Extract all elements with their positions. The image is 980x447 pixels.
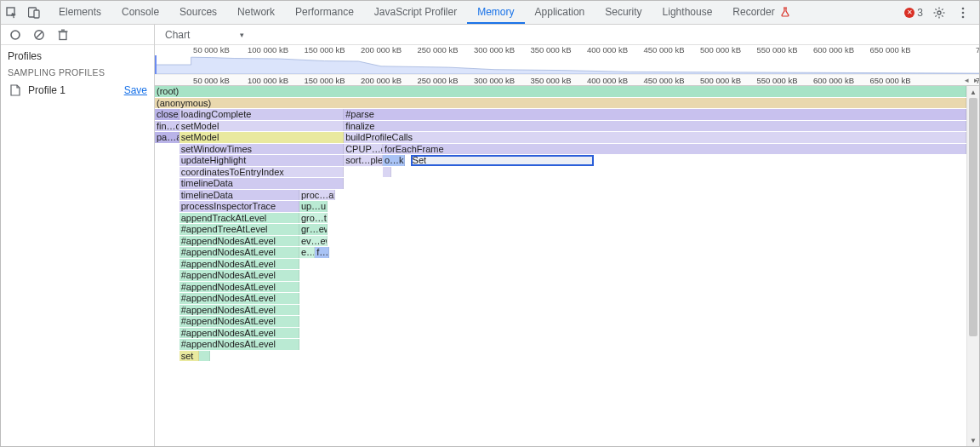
- record-icon[interactable]: [8, 27, 23, 43]
- flame-bar[interactable]: close: [155, 109, 179, 120]
- save-link[interactable]: Save: [124, 84, 147, 96]
- flame-bar[interactable]: timelineData: [179, 178, 344, 189]
- tab-javascript-profiler[interactable]: JavaScript Profiler: [364, 1, 467, 24]
- tab-network[interactable]: Network: [227, 1, 285, 24]
- axis-tick: 50 000 kB: [193, 45, 230, 54]
- tab-recorder[interactable]: Recorder: [722, 1, 801, 24]
- flame-bar[interactable]: #appendNodesAtLevel: [179, 305, 299, 316]
- flame-bar[interactable]: coordinatesToEntryIndex: [179, 167, 344, 178]
- clear-icon[interactable]: [31, 27, 47, 43]
- axis-tick: 350 000 kB: [531, 45, 572, 54]
- flame-bar[interactable]: e…: [299, 247, 315, 258]
- flame-bar[interactable]: f…r: [315, 247, 329, 258]
- flame-bar[interactable]: [199, 351, 210, 362]
- flame-bar[interactable]: #appendNodesAtLevel: [179, 236, 299, 247]
- axis-tick: 100 000 kB: [248, 45, 288, 54]
- profile-item[interactable]: Profile 1 Save: [1, 79, 154, 101]
- tab-lighthouse[interactable]: Lighthouse: [652, 1, 723, 24]
- gear-icon[interactable]: [932, 5, 947, 20]
- flame-bar[interactable]: setModel: [179, 132, 344, 143]
- svg-line-17: [36, 32, 43, 38]
- flame-bar[interactable]: buildProfileCalls: [344, 132, 966, 143]
- flame-bar[interactable]: #appendNodesAtLevel: [179, 328, 299, 339]
- flame-bar[interactable]: gr…ew: [299, 224, 328, 235]
- flame-row: #appendNodesAtLevelev…ew: [155, 236, 979, 248]
- flame-bar[interactable]: #appendNodesAtLevel: [179, 247, 299, 258]
- tab-sources[interactable]: Sources: [169, 1, 227, 24]
- axis-scroll-left[interactable]: ◂: [965, 76, 969, 84]
- profile-name: Profile 1: [28, 84, 66, 96]
- file-icon: [8, 83, 23, 98]
- flame-row: #appendNodesAtLevel: [155, 305, 979, 317]
- flame-bar[interactable]: #appendNodesAtLevel: [179, 259, 299, 270]
- axis-tick: 600 000 kB: [813, 45, 854, 54]
- flame-bar[interactable]: #appendNodesAtLevel: [179, 316, 299, 327]
- view-select[interactable]: Chart: [162, 28, 249, 42]
- axis-tick: 500 000 kB: [700, 76, 741, 85]
- axis-tick: 150 000 kB: [304, 45, 345, 54]
- flame-bar[interactable]: set: [179, 351, 200, 362]
- flame-bar[interactable]: #appendNodesAtLevel: [179, 339, 299, 350]
- flame-bar[interactable]: o…k: [383, 155, 405, 166]
- kebab-icon[interactable]: [955, 5, 971, 20]
- flame-bar[interactable]: CPUP…del: [344, 144, 383, 155]
- error-counter[interactable]: ✕ 3: [904, 7, 923, 19]
- tab-application[interactable]: Application: [525, 1, 595, 24]
- tab-console[interactable]: Console: [111, 1, 169, 24]
- flame-bar[interactable]: [383, 167, 391, 178]
- scroll-thumb[interactable]: [969, 98, 977, 336]
- axis-tick: 100 000 kB: [248, 76, 288, 85]
- flame-row: #appendNodesAtLevel: [155, 339, 979, 351]
- flame-bar[interactable]: (anonymous): [155, 98, 966, 109]
- axis-tick: 200 000 kB: [361, 45, 402, 54]
- error-icon: ✕: [904, 8, 914, 18]
- flame-chart[interactable]: (root)(anonymous)closeloadingComplete#pa…: [155, 86, 979, 362]
- tab-security[interactable]: Security: [595, 1, 652, 24]
- delete-icon[interactable]: [55, 27, 71, 43]
- flame-bar[interactable]: Set: [411, 155, 595, 166]
- vertical-scrollbar[interactable]: ▲ ▼: [966, 86, 979, 446]
- flame-row: #appendNodesAtLevel: [155, 270, 979, 282]
- axis-tick: 650 000 kB: [870, 76, 911, 85]
- flame-bar[interactable]: setWindowTimes: [179, 144, 344, 155]
- flame-bar[interactable]: #parse: [344, 109, 966, 120]
- flame-bar[interactable]: loadingComplete: [179, 109, 344, 120]
- flame-bar[interactable]: (root): [155, 86, 966, 97]
- main-tabs: ElementsConsoleSourcesNetworkPerformance…: [48, 1, 904, 24]
- flame-bar[interactable]: gro…ts: [299, 213, 328, 224]
- overview-chart[interactable]: 50 000 kB100 000 kB150 000 kB200 000 kB2…: [155, 45, 979, 74]
- flame-bar[interactable]: updateHighlight: [179, 155, 344, 166]
- tab-elements[interactable]: Elements: [48, 1, 111, 24]
- flame-row: closeloadingComplete#parse: [155, 109, 979, 121]
- flame-bar[interactable]: #appendNodesAtLevel: [179, 270, 299, 281]
- flame-bar[interactable]: timelineData: [179, 190, 299, 201]
- flame-bar[interactable]: forEachFrame: [383, 144, 966, 155]
- flame-bar[interactable]: #appendNodesAtLevel: [179, 293, 299, 304]
- view-toolbar: Chart: [155, 25, 979, 45]
- axis-scroll-right[interactable]: ▸: [974, 76, 978, 84]
- top-left-icons: [4, 5, 42, 20]
- device-toolbar-icon[interactable]: [26, 5, 42, 20]
- flame-bar[interactable]: processInspectorTrace: [179, 201, 299, 212]
- flame-bar[interactable]: fin…ce: [155, 121, 179, 132]
- axis-tick: 200 000 kB: [361, 76, 402, 85]
- flame-bar[interactable]: appendTrackAtLevel: [179, 213, 299, 224]
- flame-row: #appendTreeAtLevelgr…ew: [155, 224, 979, 236]
- flame-bar[interactable]: ev…ew: [299, 236, 328, 247]
- scroll-up-icon[interactable]: ▲: [967, 86, 979, 98]
- flame-bar[interactable]: proc…ata: [299, 190, 335, 201]
- inspect-element-icon[interactable]: [4, 5, 20, 20]
- tab-performance[interactable]: Performance: [285, 1, 364, 24]
- overview-svg[interactable]: [155, 55, 979, 74]
- flame-bar[interactable]: #appendNodesAtLevel: [179, 282, 299, 293]
- axis-tick-partial: 70: [976, 45, 979, 54]
- flame-bar[interactable]: sort…ples: [344, 155, 383, 166]
- flame-bar[interactable]: finalize: [344, 121, 966, 132]
- tab-memory[interactable]: Memory: [467, 1, 524, 24]
- axis-tick: 600 000 kB: [813, 76, 854, 85]
- flame-bar[interactable]: setModel: [179, 121, 344, 132]
- flame-bar[interactable]: pa…at: [155, 132, 179, 143]
- flame-bar[interactable]: #appendTreeAtLevel: [179, 224, 299, 235]
- scroll-down-icon[interactable]: ▼: [967, 434, 979, 446]
- flame-bar[interactable]: up…up: [299, 201, 328, 212]
